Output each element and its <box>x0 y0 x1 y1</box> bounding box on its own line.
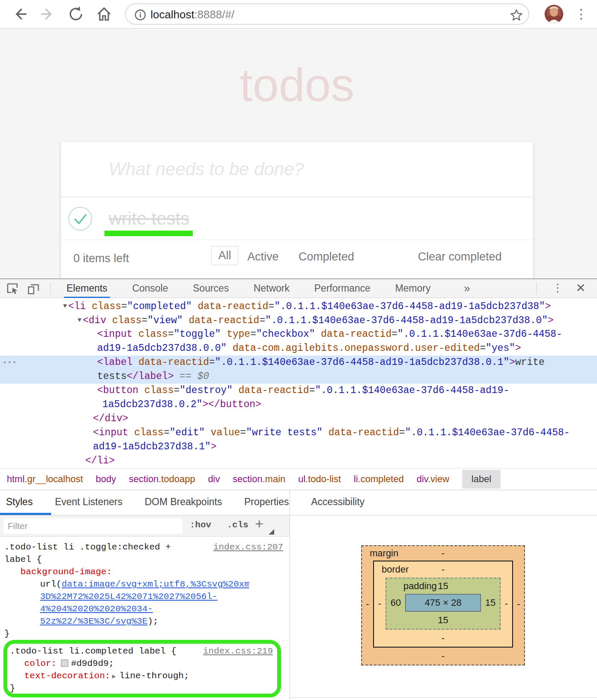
devtools-tab-bar: ElementsConsoleSourcesNetworkPerformance… <box>64 279 433 298</box>
color-property-name[interactable]: color: <box>24 659 57 668</box>
breadcrumb-item-section[interactable]: section.todoapp <box>129 474 195 485</box>
home-icon[interactable] <box>96 6 113 23</box>
chrome-menu-icon[interactable]: ⋮ <box>575 6 588 22</box>
tree-node-selected[interactable]: •••<label data-reactid=".0.1.1.$140e63ae… <box>0 356 597 370</box>
margin-right-value[interactable]: - <box>513 561 524 648</box>
padding-bottom-value[interactable]: 15 <box>386 615 500 626</box>
tree-node[interactable]: 1a5dcb237d38.0.2"></button> <box>0 398 597 412</box>
new-style-rule-button[interactable]: + <box>255 515 264 532</box>
elements-tree[interactable]: ▼<li class="completed" data-reactid=".0.… <box>0 298 597 468</box>
box-model-diagram[interactable]: margin - - border - - <box>361 545 525 665</box>
styles-filter-input[interactable] <box>3 518 183 534</box>
tree-node[interactable]: <input class="toggle" type="checkbox" da… <box>0 327 597 341</box>
textdec-property-name[interactable]: text-decoration: <box>24 671 110 681</box>
screen: localhost:8888/#/ ⋮ todos What needs to … <box>0 0 597 700</box>
items-left-counter: 0 items left <box>73 252 129 265</box>
margin-top-value[interactable]: - <box>362 548 524 559</box>
devtools-tab-memory[interactable]: Memory <box>393 279 433 298</box>
tree-node[interactable]: ▼<div class="view" data-reactid=".0.1.1.… <box>0 313 597 327</box>
padding-top-value[interactable]: 15 <box>386 581 500 592</box>
rule1-property-name[interactable]: background-image: <box>20 567 112 577</box>
styles-tab-styles[interactable]: Styles <box>6 490 33 515</box>
tree-node-selected[interactable]: tests</label> == $0 <box>0 370 597 384</box>
box-model-border[interactable]: border - - padding 15 60 <box>373 561 513 648</box>
tree-node[interactable]: <input class="edit" value="write tests" … <box>0 426 597 440</box>
tree-node[interactable]: ad19-1a5dcb237d38.0.0" data-com.agilebit… <box>0 341 597 356</box>
address-bar[interactable]: localhost:8888/#/ <box>125 3 529 25</box>
padding-right-value[interactable]: 15 <box>481 594 500 612</box>
styles-pane-divider[interactable] <box>290 490 290 700</box>
devtools-tab-network[interactable]: Network <box>251 279 292 298</box>
browser-toolbar: localhost:8888/#/ ⋮ <box>0 0 597 29</box>
expand-arrow-icon[interactable]: ▶ <box>112 673 116 680</box>
breadcrumb-item-html[interactable]: html.gr__localhost <box>7 474 83 485</box>
styles-tab-properties[interactable]: Properties <box>244 490 289 515</box>
margin-left-value[interactable]: - <box>362 561 373 648</box>
color-property-value[interactable]: #d9d9d9; <box>71 659 114 668</box>
inspect-element-icon[interactable] <box>6 282 19 295</box>
box-model-margin[interactable]: margin - - border - - <box>361 545 525 665</box>
devtools-tab-console[interactable]: Console <box>130 279 171 298</box>
textdec-property-value[interactable]: line-through; <box>119 671 189 681</box>
url-text[interactable]: localhost:8888/#/ <box>151 8 235 21</box>
toolbar-divider <box>50 283 51 295</box>
border-left-value[interactable]: - <box>374 578 385 630</box>
breadcrumb-item-label[interactable]: label <box>462 470 501 489</box>
page-info-icon[interactable] <box>134 9 146 21</box>
tree-node[interactable]: ad19-1a5dcb237d38.1"> <box>0 440 597 454</box>
new-todo-placeholder: What needs to be done? <box>61 142 533 197</box>
avatar[interactable] <box>545 5 563 23</box>
new-todo-input[interactable]: What needs to be done? <box>61 142 533 197</box>
hover-state-toggle[interactable]: :hov <box>190 520 211 530</box>
breadcrumb-item-ul[interactable]: ul.todo-list <box>298 474 341 485</box>
device-toolbar-icon[interactable] <box>27 282 40 295</box>
devtools-tab-sources[interactable]: Sources <box>190 279 231 298</box>
back-icon[interactable] <box>11 6 28 23</box>
filter-completed[interactable]: Completed <box>298 250 354 263</box>
reload-icon[interactable] <box>67 6 84 23</box>
rule1-source-link[interactable]: index.css:207 <box>213 541 283 553</box>
breadcrumb-item-div[interactable]: div.view <box>417 474 449 485</box>
rule1-property-value[interactable]: url(data:image/svg+xml;utf8,%3Csvg%20xml… <box>4 578 287 628</box>
forward-icon[interactable] <box>39 6 56 23</box>
filter-active[interactable]: Active <box>247 250 279 263</box>
box-model-content[interactable]: 475 × 28 <box>405 594 481 612</box>
margin-bottom-value[interactable]: - <box>362 651 524 662</box>
border-bottom-value[interactable]: - <box>374 633 512 644</box>
devtools-panel: ElementsConsoleSourcesNetworkPerformance… <box>0 278 597 700</box>
devtools-tab-performance[interactable]: Performance <box>312 279 373 298</box>
rule2-source-link[interactable]: index.css:219 <box>203 645 273 657</box>
css-rule-completed-label[interactable]: .todo-list li.completed label { index.cs… <box>7 644 277 694</box>
rule2-close-brace: } <box>10 682 277 694</box>
resize-corner-icon <box>269 529 274 535</box>
todo-item-label[interactable]: write tests <box>109 208 189 229</box>
devtools-tab-elements[interactable]: Elements <box>64 279 110 298</box>
todo-checkbox-checked-icon[interactable] <box>67 206 93 231</box>
styles-tab-accessibility[interactable]: Accessibility <box>311 490 365 515</box>
breadcrumb-item-div[interactable]: div <box>208 474 220 485</box>
bookmark-star-icon[interactable] <box>510 8 523 22</box>
tree-node[interactable]: <button class="destroy" data-reactid=".0… <box>0 384 597 398</box>
css-rule-toggle-checked[interactable]: .todo-list li .toggle:checked + index.cs… <box>4 541 287 640</box>
tree-node[interactable]: </li> <box>0 454 597 468</box>
padding-left-value[interactable]: 60 <box>386 594 405 612</box>
styles-filter-bar: :hov .cls + <box>0 515 290 537</box>
box-model-padding[interactable]: padding 15 60 475 × 28 15 15 <box>385 578 501 630</box>
clear-completed-button[interactable]: Clear completed <box>418 250 502 263</box>
styles-tab-dom-breakpoints[interactable]: DOM Breakpoints <box>145 490 222 515</box>
styles-tab-event-listeners[interactable]: Event Listeners <box>55 490 123 515</box>
breadcrumb-item-li[interactable]: li.completed <box>354 474 404 485</box>
devtools-menu-icon[interactable]: ⋮ <box>552 281 563 295</box>
filter-all[interactable]: All <box>211 246 238 265</box>
color-swatch[interactable] <box>61 660 68 667</box>
tree-node[interactable]: ▼<li class="completed" data-reactid=".0.… <box>0 299 597 313</box>
breadcrumb-item-body[interactable]: body <box>96 474 116 485</box>
breadcrumb-item-section[interactable]: section.main <box>233 474 286 485</box>
toolbar-divider-right <box>536 283 537 295</box>
border-top-value[interactable]: - <box>374 564 512 575</box>
devtools-close-icon[interactable]: ✕ <box>576 281 585 295</box>
tree-node[interactable]: </div> <box>0 412 597 426</box>
more-tabs-icon[interactable]: » <box>464 279 470 297</box>
element-classes-toggle[interactable]: .cls <box>227 520 248 530</box>
border-right-value[interactable]: - <box>501 578 512 630</box>
